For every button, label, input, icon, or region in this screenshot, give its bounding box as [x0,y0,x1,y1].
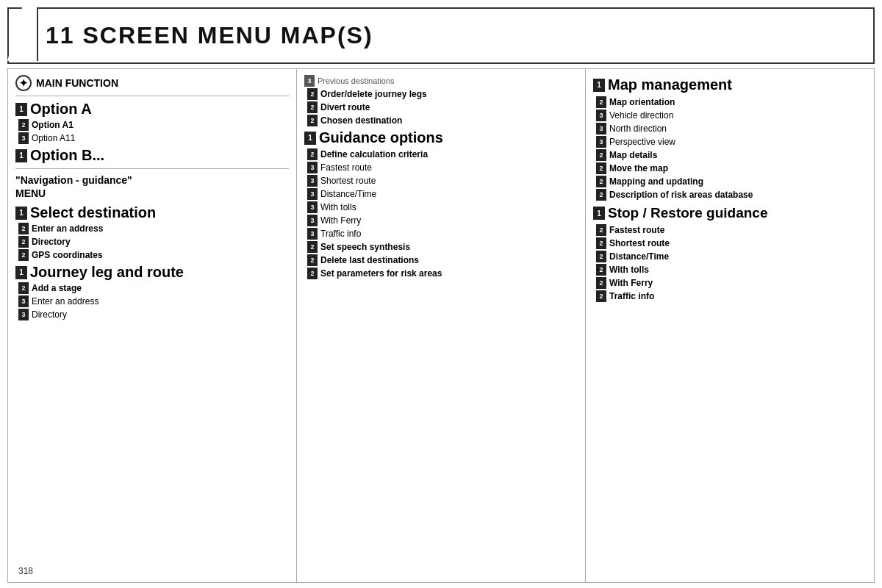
badge-3b: 3 [18,295,29,307]
set-parameters-item: 2 Set parameters for risk areas [304,268,578,279]
with-ferry-c2-item: 3 With Ferry [304,215,578,226]
map-management-label: Map management [608,76,732,93]
badge-c2-sr: 3 [307,175,318,187]
traffic-info-c2-item: 3 Traffic info [304,228,578,240]
select-destination-item: 1 Select destination [15,204,289,221]
divert-route-label: Divert route [320,102,370,112]
define-calculation-item: 2 Define calculation criteria [304,148,578,160]
badge-c3-dt: 2 [596,251,606,262]
stop-restore-item: 1 Stop / Restore guidance [593,205,867,221]
page-title: 11 SCREEN MENU MAP(S) [31,22,851,49]
gps-coordinates-label: GPS coordinates [32,250,103,260]
traffic-info-c2-label: Traffic info [320,229,361,239]
with-tolls-c3-item: 2 With tolls [593,264,867,276]
with-ferry-c2-label: With Ferry [320,215,361,226]
map-details-label: Map details [609,150,657,160]
map-orientation-label: Map orientation [609,97,675,107]
perspective-view-item: 3 Perspective view [593,136,867,148]
guidance-options-label: Guidance options [319,129,443,146]
column-1: ✦ MAIN FUNCTION 1 Option A 2 Option A1 3… [7,68,296,583]
badge-c3-fr: 2 [596,224,606,236]
chosen-destination-label: Chosen destination [320,115,402,126]
badge-c2-dt: 3 [307,188,318,200]
badge-c2-4: 2 [307,115,318,126]
fastest-route-c2-label: Fastest route [320,162,372,173]
badge-c3-vd: 3 [596,110,606,121]
option-a1-label: Option A1 [32,120,74,130]
chosen-destination-item: 2 Chosen destination [304,115,578,126]
badge-c2-2: 2 [307,88,318,100]
shortest-route-c3-item: 2 Shortest route [593,237,867,249]
distance-time-c2-item: 3 Distance/Time [304,188,578,200]
badge-c3-sr: 2 [596,237,606,249]
north-direction-item: 3 North direction [593,123,867,135]
badge-2d: 2 [18,249,29,261]
option-a1-item: 2 Option A1 [15,119,289,131]
map-orientation-item: 2 Map orientation [593,96,867,108]
option-a-label: Option A [30,101,92,118]
fastest-route-c3-label: Fastest route [609,225,664,235]
option-b-label: Option B... [30,147,104,164]
enter-address-1-label: Enter an address [32,223,103,234]
badge-1: 1 [15,103,27,116]
main-function-label: MAIN FUNCTION [36,77,118,89]
badge-3a: 3 [18,132,29,144]
enter-address-1-item: 2 Enter an address [15,223,289,234]
traffic-info-c3-label: Traffic info [609,291,654,301]
select-destination-label: Select destination [30,204,156,221]
badge-c2-1: 3 [304,75,315,87]
badge-c3-pv: 3 [596,136,606,148]
badge-c2-wt: 3 [307,201,318,213]
badge-1d: 1 [15,266,27,279]
badge-1c: 1 [15,207,27,220]
description-risk-label: Description of risk areas database [609,190,753,200]
description-risk-item: 2 Description of risk areas database [593,189,867,201]
badge-2c: 2 [18,236,29,248]
journey-leg-label: Journey leg and route [30,264,184,281]
stop-restore-label: Stop / Restore guidance [608,205,767,221]
with-ferry-c3-item: 2 With Ferry [593,277,867,289]
content-area: ✦ MAIN FUNCTION 1 Option A 2 Option A1 3… [7,68,875,583]
shortest-route-c3-label: Shortest route [609,238,670,248]
badge-c2-dl: 2 [307,254,318,266]
badge-c3-mtm: 2 [596,162,606,174]
badge-c2-wf: 3 [307,215,318,226]
badge-2e: 2 [18,282,29,294]
page-number: 318 [18,566,33,576]
page-title-block: 11 SCREEN MENU MAP(S) [7,7,875,64]
directory-1-label: Directory [32,237,71,247]
guidance-options-item: 1 Guidance options [304,129,578,146]
vehicle-direction-item: 3 Vehicle direction [593,110,867,121]
badge-c2-ti: 3 [307,228,318,240]
badge-c2-sp: 2 [307,268,318,279]
fastest-route-c3-item: 2 Fastest route [593,224,867,236]
distance-time-c2-label: Distance/Time [320,189,376,199]
badge-c2-3: 2 [307,101,318,113]
badge-c3-mm1: 1 [593,79,605,92]
enter-address-2-label: Enter an address [32,296,98,306]
set-speech-item: 2 Set speech synthesis [304,241,578,253]
badge-c3-ti: 2 [596,290,606,302]
badge-c3-wt: 2 [596,264,606,276]
badge-2a: 2 [18,119,29,131]
badge-c3-mo: 2 [596,96,606,108]
divert-route-item: 2 Divert route [304,101,578,113]
gps-coordinates-item: 2 GPS coordinates [15,249,289,261]
option-a-item: 1 Option A [15,101,289,118]
order-delete-item: 2 Order/delete journey legs [304,88,578,100]
badge-c3-srg1: 1 [593,207,605,220]
with-ferry-c3-label: With Ferry [609,278,653,288]
move-map-label: Move the map [609,163,668,173]
delete-last-label: Delete last destinations [320,255,419,265]
journey-leg-item: 1 Journey leg and route [15,264,289,281]
north-direction-label: North direction [609,123,667,134]
distance-time-c3-label: Distance/Time [609,251,669,262]
main-function-header: ✦ MAIN FUNCTION [15,75,289,96]
with-tolls-c2-item: 3 With tolls [304,201,578,213]
option-a11-item: 3 Option A11 [15,132,289,144]
badge-c2-go1: 1 [304,132,316,145]
add-stage-item: 2 Add a stage [15,282,289,294]
distance-time-c3-item: 2 Distance/Time [593,251,867,262]
delete-last-item: 2 Delete last destinations [304,254,578,266]
fastest-route-c2-item: 3 Fastest route [304,162,578,173]
